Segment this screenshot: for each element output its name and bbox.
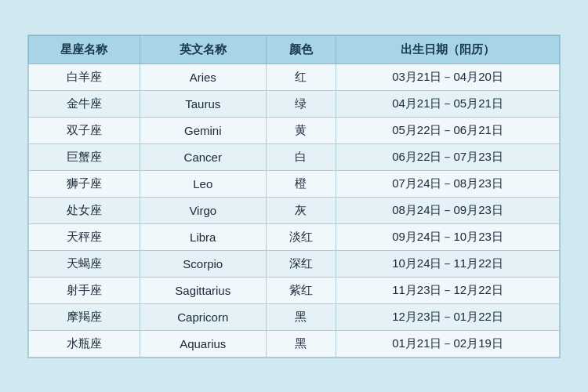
cell-chinese-name: 水瓶座 [29,330,140,357]
zodiac-table: 星座名称 英文名称 颜色 出生日期（阳历） 白羊座Aries红03月21日－04… [28,35,560,358]
cell-color: 灰 [266,197,336,223]
cell-english-name: Gemini [140,117,266,143]
cell-date: 08月24日－09月23日 [336,197,560,223]
cell-chinese-name: 天蝎座 [29,250,140,277]
cell-chinese-name: 狮子座 [29,170,140,197]
cell-color: 黄 [266,117,336,143]
header-chinese-name: 星座名称 [29,35,140,64]
cell-color: 深红 [266,250,336,277]
cell-english-name: Leo [140,170,266,197]
header-color: 颜色 [266,35,336,64]
cell-english-name: Scorpio [140,250,266,277]
table-header-row: 星座名称 英文名称 颜色 出生日期（阳历） [29,35,560,64]
table-row: 巨蟹座Cancer白06月22日－07月23日 [29,143,560,170]
cell-color: 橙 [266,170,336,197]
cell-english-name: Aquarius [140,330,266,357]
cell-chinese-name: 白羊座 [29,64,140,90]
cell-date: 11月23日－12月22日 [336,277,560,303]
cell-english-name: Cancer [140,143,266,170]
cell-date: 04月21日－05月21日 [336,90,560,117]
cell-date: 10月24日－11月22日 [336,250,560,277]
table-row: 射手座Sagittarius紫红11月23日－12月22日 [29,277,560,303]
cell-color: 白 [266,143,336,170]
table-row: 天蝎座Scorpio深红10月24日－11月22日 [29,250,560,277]
cell-date: 06月22日－07月23日 [336,143,560,170]
table-row: 天秤座Libra淡红09月24日－10月23日 [29,223,560,250]
header-date: 出生日期（阳历） [336,35,560,64]
table-row: 狮子座Leo橙07月24日－08月23日 [29,170,560,197]
cell-chinese-name: 双子座 [29,117,140,143]
cell-color: 绿 [266,90,336,117]
cell-date: 01月21日－02月19日 [336,330,560,357]
cell-english-name: Taurus [140,90,266,117]
cell-date: 05月22日－06月21日 [336,117,560,143]
cell-english-name: Aries [140,64,266,90]
cell-color: 黑 [266,303,336,330]
table-body: 白羊座Aries红03月21日－04月20日金牛座Taurus绿04月21日－0… [29,64,560,357]
cell-date: 12月23日－01月22日 [336,303,560,330]
cell-color: 黑 [266,330,336,357]
cell-chinese-name: 处女座 [29,197,140,223]
cell-chinese-name: 射手座 [29,277,140,303]
cell-chinese-name: 金牛座 [29,90,140,117]
table-row: 摩羯座Capricorn黑12月23日－01月22日 [29,303,560,330]
cell-chinese-name: 天秤座 [29,223,140,250]
cell-chinese-name: 巨蟹座 [29,143,140,170]
cell-chinese-name: 摩羯座 [29,303,140,330]
cell-english-name: Capricorn [140,303,266,330]
cell-english-name: Virgo [140,197,266,223]
cell-date: 07月24日－08月23日 [336,170,560,197]
cell-date: 03月21日－04月20日 [336,64,560,90]
cell-english-name: Sagittarius [140,277,266,303]
cell-color: 淡红 [266,223,336,250]
cell-date: 09月24日－10月23日 [336,223,560,250]
table-row: 金牛座Taurus绿04月21日－05月21日 [29,90,560,117]
table-row: 处女座Virgo灰08月24日－09月23日 [29,197,560,223]
table-row: 双子座Gemini黄05月22日－06月21日 [29,117,560,143]
table-row: 白羊座Aries红03月21日－04月20日 [29,64,560,90]
zodiac-table-container: 星座名称 英文名称 颜色 出生日期（阳历） 白羊座Aries红03月21日－04… [27,34,561,358]
cell-color: 紫红 [266,277,336,303]
cell-english-name: Libra [140,223,266,250]
header-english-name: 英文名称 [140,35,266,64]
table-row: 水瓶座Aquarius黑01月21日－02月19日 [29,330,560,357]
cell-color: 红 [266,64,336,90]
